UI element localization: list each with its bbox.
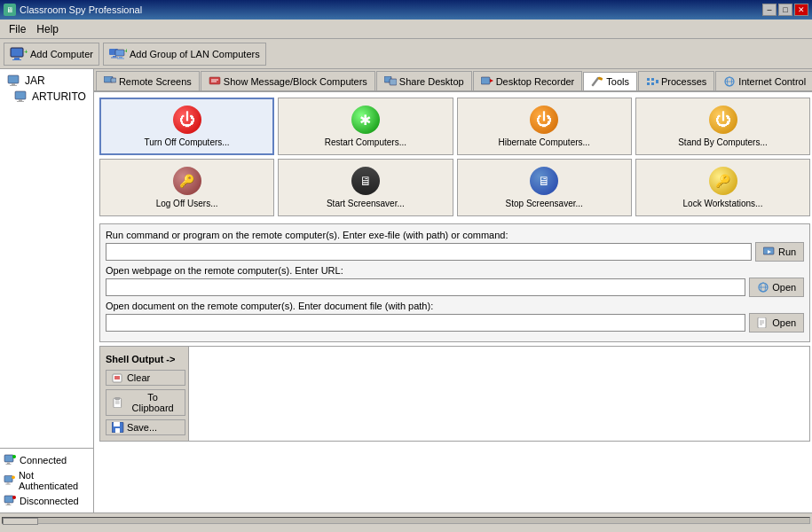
- tab-tools[interactable]: Tools: [583, 72, 637, 91]
- internet-icon: [723, 76, 736, 87]
- open-doc-label: Open document on the remote computer(s).…: [106, 301, 804, 311]
- svg-rect-18: [7, 463, 10, 465]
- close-button[interactable]: ✕: [794, 4, 808, 16]
- svg-line-38: [593, 78, 598, 85]
- svg-marker-37: [490, 79, 493, 82]
- save-button[interactable]: Save...: [106, 419, 185, 435]
- log-off-button[interactable]: 🔑 Log Off Users...: [99, 159, 274, 216]
- shell-output-display: [189, 347, 809, 441]
- svg-rect-12: [12, 83, 15, 85]
- svg-rect-66: [114, 422, 120, 426]
- add-group-button[interactable]: + Add Group of LAN Computers: [103, 43, 266, 66]
- status-legend: Connected Not Authenticated Disconnected: [0, 448, 93, 512]
- restart-icon: ✱: [351, 106, 380, 134]
- stop-screensaver-button[interactable]: 🖥 Stop Screensaver...: [457, 159, 632, 216]
- monitor-icon: [7, 74, 21, 87]
- save-icon: [112, 422, 124, 433]
- scroll-track[interactable]: [2, 517, 810, 524]
- window-controls: – □ ✕: [762, 4, 808, 16]
- tab-desktop-recorder[interactable]: Desktop Recorder: [473, 71, 583, 90]
- run-button[interactable]: Run: [755, 242, 804, 262]
- tree-item-arturito[interactable]: ARTURITO: [4, 89, 90, 105]
- menu-file[interactable]: File: [4, 21, 31, 37]
- turn-off-label: Turn Off Computers...: [144, 137, 229, 147]
- tab-share-desktop[interactable]: Share Desktop: [376, 71, 472, 90]
- svg-rect-31: [209, 77, 220, 84]
- log-off-icon: 🔑: [173, 167, 201, 195]
- computer-tree: JAR ARTURITO: [0, 69, 93, 448]
- open-doc-input[interactable]: [106, 314, 745, 332]
- tab-processes[interactable]: Processes: [638, 71, 714, 90]
- run-command-section: Run command or program on the remote com…: [106, 230, 804, 262]
- tab-remote-screens[interactable]: Remote Screens: [96, 71, 200, 90]
- svg-rect-2: [12, 59, 21, 60]
- lock-workstations-button[interactable]: 🔑 Lock Workstations...: [635, 159, 810, 216]
- recorder-icon: [481, 76, 493, 87]
- menu-help[interactable]: Help: [31, 21, 64, 37]
- svg-rect-8: [119, 57, 122, 59]
- shell-controls: Shell Output -> Clear To Clipboard Save.…: [100, 347, 189, 441]
- menu-bar: File Help: [0, 20, 812, 39]
- svg-text:+: +: [24, 48, 28, 56]
- svg-rect-25: [4, 496, 13, 503]
- add-computer-button[interactable]: + Add Computer: [4, 43, 99, 66]
- open-url-button[interactable]: Open: [749, 278, 804, 297]
- svg-rect-44: [656, 80, 658, 83]
- log-off-label: Log Off Users...: [156, 199, 218, 208]
- run-icon: [763, 246, 776, 257]
- remote-screens-icon: [104, 76, 116, 87]
- action-buttons-grid: ⏻ Turn Off Computers... ✱ Restart Comput…: [99, 98, 810, 216]
- clear-icon: [112, 372, 124, 383]
- open-doc-button-label: Open: [772, 317, 796, 328]
- to-clipboard-button[interactable]: To Clipboard: [106, 389, 185, 416]
- start-screensaver-icon: 🖥: [351, 167, 380, 195]
- svg-rect-7: [115, 50, 124, 56]
- run-command-label: Run command or program on the remote com…: [106, 230, 804, 240]
- add-group-icon: +: [109, 45, 127, 63]
- toolbar: + Add Computer + Add Group of LAN Comput…: [0, 39, 812, 69]
- open-url-input[interactable]: [106, 278, 745, 296]
- lock-icon: 🔑: [709, 167, 737, 195]
- tab-processes-label: Processes: [661, 76, 706, 87]
- tree-label-jar: JAR: [25, 74, 45, 87]
- tab-tools-label: Tools: [606, 76, 629, 87]
- svg-rect-26: [7, 504, 10, 505]
- svg-rect-41: [647, 82, 650, 85]
- tab-show-message[interactable]: Show Message/Block Computers: [201, 71, 375, 90]
- hibernate-label: Hibernate Computers...: [498, 137, 589, 147]
- shell-output-section: Shell Output -> Clear To Clipboard Save.…: [99, 346, 810, 442]
- stand-by-button[interactable]: ⏻ Stand By Computers...: [635, 98, 810, 155]
- globe-icon: [757, 282, 769, 293]
- clear-label: Clear: [127, 372, 150, 383]
- window-title: Classroom Spy Professional: [20, 4, 142, 15]
- clear-button[interactable]: Clear: [106, 370, 185, 386]
- tab-internet-control[interactable]: Internet Control: [715, 71, 812, 90]
- hibernate-button[interactable]: ⏻ Hibernate Computers...: [457, 98, 632, 155]
- restart-button[interactable]: ✱ Restart Computers...: [278, 98, 453, 155]
- open-doc-button[interactable]: Open: [749, 313, 804, 332]
- content-area: Remote Screens Show Message/Block Comput…: [94, 69, 812, 512]
- svg-rect-36: [481, 77, 490, 84]
- horizontal-scrollbar[interactable]: [0, 512, 812, 527]
- run-command-input[interactable]: [106, 243, 752, 261]
- run-command-row: Run: [106, 242, 804, 262]
- open-doc-icon: [757, 317, 769, 328]
- disconnected-icon: [4, 495, 16, 507]
- svg-rect-42: [651, 78, 654, 81]
- svg-rect-16: [17, 101, 24, 102]
- status-disconnected-label: Disconnected: [20, 496, 79, 506]
- app-icon: 🖥: [4, 4, 16, 16]
- maximize-button[interactable]: □: [778, 4, 792, 16]
- svg-rect-19: [6, 464, 12, 465]
- scroll-thumb[interactable]: [3, 518, 38, 525]
- status-not-authenticated: Not Authenticated: [4, 468, 90, 493]
- svg-rect-40: [647, 78, 650, 81]
- svg-rect-15: [19, 99, 22, 101]
- start-screensaver-button[interactable]: 🖥 Start Screensaver...: [278, 159, 453, 216]
- turn-off-button[interactable]: ⏻ Turn Off Computers...: [99, 98, 274, 155]
- svg-rect-11: [8, 75, 19, 83]
- svg-rect-1: [14, 58, 20, 59]
- minimize-button[interactable]: –: [762, 4, 777, 16]
- tree-item-jar[interactable]: JAR: [4, 73, 90, 89]
- svg-rect-0: [11, 48, 23, 57]
